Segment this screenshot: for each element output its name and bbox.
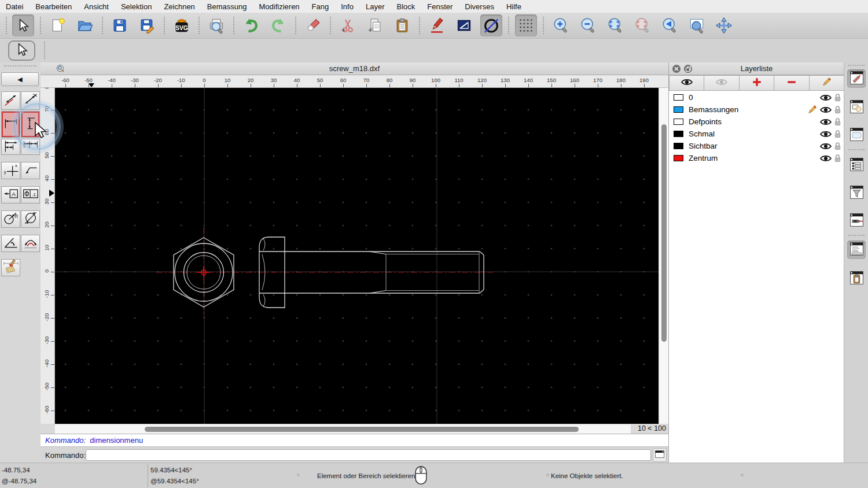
dock-block-window-button[interactable] <box>847 98 866 117</box>
add-layer-button[interactable] <box>740 75 774 91</box>
layer-visibility-icon[interactable] <box>820 154 832 164</box>
layer-lock-icon[interactable] <box>834 93 841 103</box>
dock-penpalette-window-button[interactable] <box>847 212 866 230</box>
window-title-bar[interactable]: screw_m18.dxf <box>41 62 668 75</box>
vertical-scrollbar[interactable] <box>659 88 668 424</box>
zoom-in-button[interactable] <box>550 14 572 36</box>
toolbar-back-button[interactable]: ◀ <box>1 72 39 86</box>
menu-fenster[interactable]: Fenster <box>427 2 453 11</box>
dock-commandline-window-button[interactable] <box>847 241 866 259</box>
menu-layer[interactable]: Layer <box>366 2 385 11</box>
layer-lock-icon[interactable] <box>834 130 841 140</box>
zoom-pan-button[interactable] <box>713 14 735 36</box>
dock-layerlist-window-button[interactable] <box>847 156 866 175</box>
grid-toggle-button[interactable] <box>515 14 537 36</box>
layer-visibility-icon[interactable] <box>820 106 832 116</box>
menu-block[interactable]: Block <box>396 2 415 11</box>
paste-button[interactable] <box>391 14 413 36</box>
dim-ordinate-button[interactable]: xy <box>1 162 20 179</box>
layer-lock-icon[interactable] <box>834 154 841 164</box>
dim-linear-button[interactable] <box>21 91 40 110</box>
menu-zeichnen[interactable]: Zeichnen <box>164 2 194 11</box>
dim-vertical-button[interactable] <box>21 111 40 138</box>
zoom-out-button[interactable] <box>577 14 599 36</box>
menu-bearbeiten[interactable]: Bearbeiten <box>35 2 72 11</box>
horizontal-scrollbar[interactable] <box>55 424 631 434</box>
dim-leader-button[interactable] <box>21 162 40 179</box>
dim-aligned-button[interactable] <box>1 91 20 110</box>
dock-pen-window-button[interactable] <box>847 69 866 88</box>
dim-angular-button[interactable] <box>1 235 20 252</box>
menu-fang[interactable]: Fang <box>312 2 329 11</box>
zoom-back-button[interactable] <box>659 14 681 36</box>
menu-diverses[interactable]: Diverses <box>465 2 494 11</box>
detach-command-button[interactable] <box>653 448 667 462</box>
layer-visibility-icon[interactable] <box>820 130 832 140</box>
layer-row-zentrum[interactable]: Zentrum <box>669 152 844 164</box>
show-all-layers-button[interactable] <box>669 75 704 91</box>
export-svg-button[interactable]: SVG <box>171 14 193 36</box>
menu-ansicht[interactable]: Ansicht <box>84 2 109 11</box>
menu-bemassung[interactable]: Bemassung <box>207 2 247 11</box>
zoom-auto-button[interactable] <box>604 14 626 36</box>
layer-lock-icon[interactable] <box>834 142 841 152</box>
layer-row-sichtbar[interactable]: Sichtbar <box>669 140 844 152</box>
hide-all-layers-button[interactable] <box>704 75 739 91</box>
dim-tolerance-button[interactable]: .1 <box>21 186 40 204</box>
save-document-as-button[interactable] <box>136 14 158 36</box>
layer-lock-icon[interactable] <box>834 117 841 128</box>
zoom-previous-button[interactable] <box>631 14 653 36</box>
toolbar-drag-handle[interactable] <box>6 17 8 34</box>
cut-button[interactable] <box>337 14 359 36</box>
undo-button[interactable] <box>240 14 262 36</box>
layer-row-bemassungen[interactable]: Bemassungen <box>669 103 844 116</box>
polar-relative: @59.4354<145° <box>150 478 199 485</box>
layer-name: Defpoints <box>689 117 722 126</box>
dim-radius-button[interactable]: R <box>1 210 20 228</box>
dim-horizontal-button[interactable] <box>1 111 20 138</box>
new-document-button[interactable] <box>47 14 69 36</box>
vertical-scrollbar-thumb[interactable] <box>661 124 667 342</box>
dock-clipboard-window-button[interactable] <box>847 269 866 288</box>
layer-lock-icon[interactable] <box>834 105 841 116</box>
layer-row-schmal[interactable]: Schmal <box>669 128 844 140</box>
print-preview-button[interactable] <box>205 14 227 36</box>
circle-tool-button[interactable] <box>480 14 502 36</box>
edit-layer-button[interactable] <box>810 75 844 91</box>
layer-visibility-icon[interactable] <box>820 94 832 103</box>
plus-icon <box>752 77 762 90</box>
layer-visibility-icon[interactable] <box>820 118 832 128</box>
drawing-canvas[interactable] <box>55 88 659 424</box>
line-attributes-button[interactable] <box>453 14 475 36</box>
command-input[interactable] <box>86 449 651 461</box>
dim-diameter-button[interactable] <box>21 210 40 228</box>
toolbar-drag-handle[interactable] <box>848 65 865 66</box>
copy-button[interactable] <box>364 14 386 36</box>
open-document-button[interactable] <box>74 14 96 36</box>
layer-row-defpoints[interactable]: Defpoints <box>669 116 844 128</box>
redo-button[interactable] <box>267 14 289 36</box>
selection-pointer-button[interactable] <box>12 14 34 36</box>
current-tool-button[interactable] <box>8 40 35 61</box>
pen-attributes-button[interactable] <box>426 14 448 36</box>
dim-regenerate-button[interactable] <box>1 259 20 276</box>
dock-library-window-button[interactable] <box>847 126 866 145</box>
toolbar-drag-handle[interactable] <box>4 65 36 66</box>
horizontal-scrollbar-thumb[interactable] <box>145 427 579 432</box>
menu-hilfe[interactable]: Hilfe <box>506 2 521 11</box>
dim-text-button[interactable]: A <box>1 186 20 204</box>
dock-filter-window-button[interactable] <box>847 184 866 202</box>
layer-visibility-icon[interactable] <box>820 142 832 152</box>
menu-modifizieren[interactable]: Modifizieren <box>259 2 300 11</box>
save-document-button[interactable] <box>109 14 131 36</box>
menu-datei[interactable]: Datei <box>6 2 23 11</box>
delete-entities-button[interactable] <box>302 14 324 36</box>
dim-continue-button[interactable] <box>21 139 40 155</box>
remove-layer-button[interactable] <box>774 75 809 91</box>
layer-row-0[interactable]: 0 <box>669 91 844 103</box>
menu-selektion[interactable]: Selektion <box>121 2 152 11</box>
dim-baseline-button[interactable] <box>1 139 20 155</box>
dim-arc-button[interactable] <box>21 235 40 252</box>
zoom-window-button[interactable] <box>686 14 708 36</box>
menu-info[interactable]: Info <box>341 2 354 11</box>
